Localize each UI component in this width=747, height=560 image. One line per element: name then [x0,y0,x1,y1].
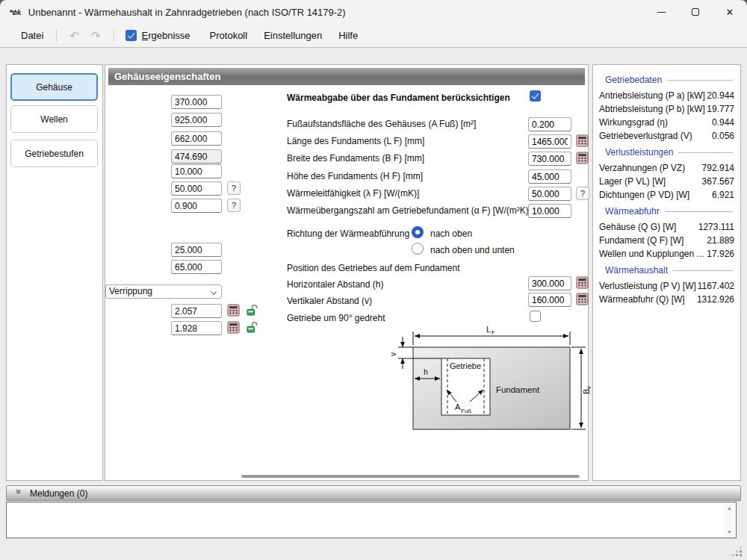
rotate-checkbox[interactable] [530,311,541,322]
ergebnisse-toggle[interactable]: Ergebnisse [121,30,195,41]
radio-label: nach oben [430,228,472,240]
afuss-field[interactable] [528,117,571,131]
result-row: Wellen und Kupplungen ...17.926 [599,247,734,261]
result-row: Fundament (Q F) [W]21.889 [599,234,734,247]
field-label: Horizontaler Abstand (h) [287,279,383,290]
collapse-chevron-icon[interactable]: » [13,489,24,498]
diagram-afuss-sub: Fuß [461,408,471,414]
calculator-icon[interactable] [227,321,240,334]
heading-rule [678,152,733,153]
menubar-separator [56,29,57,42]
results-section-heading: Verlustleistungen [599,147,734,158]
messages-header-bar[interactable]: » Meldungen (0) [6,485,741,501]
calculator-icon[interactable] [576,152,589,164]
chevron-down-icon [210,288,217,295]
param-field[interactable] [171,164,222,178]
result-row: Abtriebsleistung (P b) [kW]19.777 [599,102,734,116]
scroll-up-icon[interactable]: ▲ [727,505,732,511]
minimize-button[interactable] [644,0,678,24]
results-section-heading: Wärmeabfuhr [599,206,734,217]
scroll-down-icon[interactable]: ▼ [727,529,732,535]
param-field[interactable] [171,243,222,257]
heading-rule [667,80,733,81]
help-button[interactable]: ? [227,199,241,212]
window-title: Unbenannt - Wärmehaushalt in Zahnradgetr… [28,7,346,18]
param-field[interactable] [171,181,222,196]
v-field[interactable] [528,293,571,307]
result-row: Getriebeverlustgrad (V)0.056 [599,129,734,143]
diagram-lf-sub: F [492,329,495,336]
menu-protokoll[interactable]: Protokoll [204,27,254,44]
param-field[interactable] [171,321,222,335]
lock-open-icon[interactable] [246,321,258,334]
minimize-icon [657,12,666,13]
diagram-getriebe-label: Getriebe [450,361,481,370]
result-row: Gehäuse (Q G) [W]1273.111 [599,220,734,234]
calculator-icon[interactable] [227,304,240,317]
param-field[interactable] [171,113,222,127]
param-field[interactable] [171,304,222,318]
maximize-button[interactable] [678,0,713,24]
richtung-label: Richtung der Wärmeabführung [287,228,409,240]
position-label: Position des Getriebes auf dem Fundament [287,262,459,274]
verrippung-dropdown[interactable]: Verrippung [105,284,222,299]
h-field[interactable] [528,276,571,290]
param-field[interactable] [171,131,222,146]
messages-list: ▲ ▼ [6,502,737,538]
sidebar-item-gehaeuse[interactable]: Gehäuse [10,73,98,101]
diagram-lf-label: L [486,325,491,334]
lf-field[interactable] [528,134,571,149]
result-row: Dichtungen (P VD) [W]6.921 [599,188,734,202]
ergebnisse-checkbox-checked-icon[interactable] [125,30,137,41]
radio-nach-oben[interactable] [412,226,424,238]
fundament-checkbox[interactable] [530,90,541,102]
param-field-readonly [171,149,222,164]
app-icon: *tbk [9,8,21,16]
results-section-heading: Wärmehaushalt [599,265,734,276]
undo-icon[interactable]: ↶ [63,29,85,43]
resize-grip[interactable] [732,547,743,557]
field-label: Höhe des Fundaments (H F) [mm] [287,170,423,182]
close-button[interactable]: ✕ [713,0,747,24]
sidebar: Gehäuse Wellen Getriebestufen [6,64,103,481]
fundament-diagram: L F B F v [389,323,591,441]
lock-open-icon[interactable] [246,304,258,317]
help-button[interactable]: ? [576,187,589,200]
verrippung-dropdown-value: Verrippung [109,286,152,296]
lambda-field[interactable] [528,187,571,201]
bf-field[interactable] [528,152,571,166]
result-row: Wärmeabfuhr (Q) [W]1312.926 [599,293,734,306]
sidebar-item-label: Gehäuse [36,82,72,93]
result-row: Verlustleistung (P V) [W]1167.402 [599,279,734,293]
diagram-h-label: h [424,368,428,376]
calculator-icon[interactable] [576,276,589,289]
sidebar-item-wellen[interactable]: Wellen [10,105,98,133]
ergebnisse-label: Ergebnisse [142,30,190,41]
sidebar-item-getriebestufen[interactable]: Getriebestufen [10,140,98,167]
diagram-v-label: v [389,352,397,356]
menu-datei[interactable]: Datei [15,27,49,44]
help-button[interactable]: ? [227,181,241,195]
radio-label: nach oben und unten [430,244,515,256]
diagram-afuss-label: A [455,402,461,411]
field-label: Vertikaler Abstand (v) [287,295,372,307]
alpha-field[interactable] [528,204,571,218]
results-panel: Getriebedaten Antriebsleistung (P a) [kW… [592,64,741,481]
vertical-scrollbar[interactable]: ▲ ▼ [724,503,735,537]
radio-nach-oben-und-unten[interactable] [412,243,424,255]
param-field[interactable] [171,260,222,274]
menu-einstellungen[interactable]: Einstellungen [258,27,328,44]
calculator-icon[interactable] [576,293,589,305]
redo-icon[interactable]: ↷ [85,29,107,43]
calculator-icon[interactable] [576,134,589,147]
param-field[interactable] [171,199,222,213]
titlebar: *tbk Unbenannt - Wärmehaushalt in Zahnra… [0,0,747,24]
param-field[interactable] [171,95,222,109]
field-label: Wärmeübergangszahl am Getriebefundament … [287,205,531,217]
horizontal-scrollbar[interactable] [241,475,580,478]
section-title: Wärmeabfuhr [599,206,660,217]
heading-rule [665,211,733,212]
hf-field[interactable] [528,169,571,184]
menu-hilfe[interactable]: Hilfe [332,27,364,44]
fundament-rect [413,347,570,429]
